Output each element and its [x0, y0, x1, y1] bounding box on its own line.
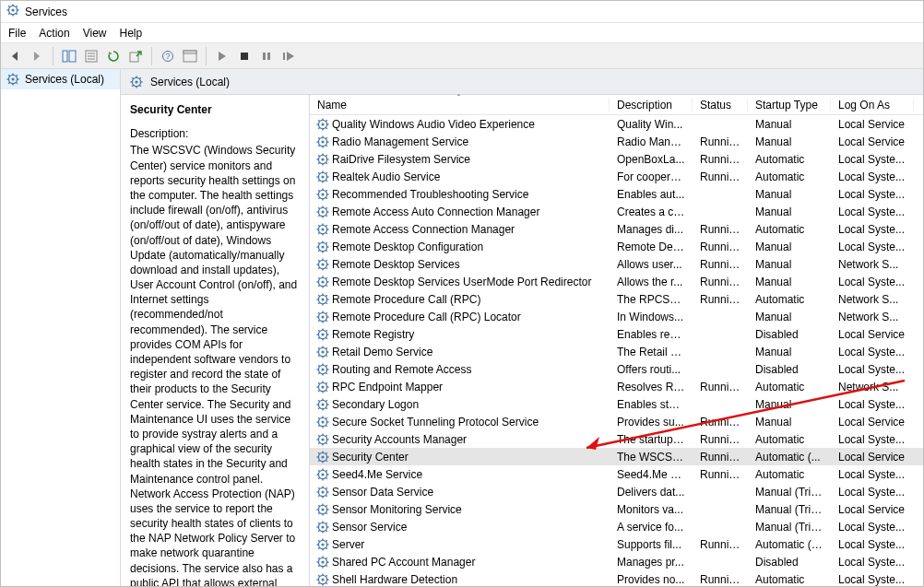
- service-name: Sensor Data Service: [332, 486, 433, 499]
- arrow-right-icon: [30, 50, 43, 63]
- help-icon: ?: [161, 50, 174, 63]
- service-icon: [314, 416, 332, 429]
- service-row[interactable]: Realtek Audio ServiceFor coopera...Runni…: [310, 168, 923, 185]
- service-startup: Automatic (...: [748, 451, 831, 464]
- service-row[interactable]: Remote Desktop Services UserMode Port Re…: [310, 273, 923, 290]
- service-description: Allows user...: [610, 258, 693, 271]
- props-sheet-button[interactable]: [180, 46, 200, 66]
- service-row[interactable]: Shell Hardware DetectionProvides no...Ru…: [310, 570, 923, 586]
- service-row[interactable]: Remote RegistryEnables rem...DisabledLoc…: [310, 325, 923, 343]
- service-row[interactable]: Seed4.Me ServiceSeed4.Me V...RunningAuto…: [310, 465, 923, 483]
- service-startup: Automatic: [748, 433, 831, 446]
- service-row[interactable]: Security Accounts ManagerThe startup ...…: [310, 430, 923, 448]
- service-row[interactable]: Recommended Troubleshooting ServiceEnabl…: [310, 185, 923, 203]
- tree-node-services-local[interactable]: Services (Local): [1, 69, 120, 89]
- service-row[interactable]: Security CenterThe WSCSV...RunningAutoma…: [310, 448, 923, 465]
- service-status: Running: [693, 433, 748, 446]
- export-button[interactable]: [125, 46, 146, 66]
- service-row[interactable]: Remote Procedure Call (RPC) LocatorIn Wi…: [310, 308, 923, 325]
- service-name: Secondary Logon: [332, 398, 419, 411]
- service-description: Enables star...: [610, 398, 693, 411]
- service-row[interactable]: Sensor Data ServiceDelivers dat...Manual…: [310, 483, 923, 500]
- service-row[interactable]: Secure Socket Tunneling Protocol Service…: [310, 413, 923, 430]
- service-description: A service fo...: [610, 521, 693, 534]
- service-startup: Automatic: [748, 170, 831, 183]
- pane-header: Services (Local): [121, 69, 923, 95]
- service-row[interactable]: Secondary LogonEnables star...ManualLoca…: [310, 395, 923, 413]
- svg-text:?: ?: [165, 52, 170, 61]
- column-header-startup[interactable]: Startup Type: [748, 99, 831, 112]
- service-startup: Manual (Trig...: [748, 521, 831, 534]
- service-status: Running: [693, 381, 748, 393]
- menu-action[interactable]: Action: [39, 27, 69, 40]
- column-header-status[interactable]: Status: [693, 99, 748, 112]
- service-row[interactable]: Radio Management ServiceRadio Mana...Run…: [310, 133, 923, 150]
- service-icon: [314, 556, 332, 569]
- service-logon: Local Syste...: [831, 188, 914, 201]
- service-row[interactable]: Shared PC Account ManagerManages pr...Di…: [310, 553, 923, 570]
- service-icon: [314, 538, 332, 551]
- start-service-button[interactable]: [212, 46, 232, 66]
- service-row[interactable]: Remote Desktop ConfigurationRemote Des..…: [310, 238, 923, 255]
- service-name: RaiDrive Filesystem Service: [332, 153, 470, 166]
- console-tree[interactable]: Services (Local): [1, 69, 121, 586]
- show-hide-tree-button[interactable]: [59, 46, 79, 66]
- service-row[interactable]: Retail Demo ServiceThe Retail D...Manual…: [310, 343, 923, 360]
- properties-button[interactable]: [81, 46, 101, 66]
- menu-help[interactable]: Help: [120, 27, 143, 40]
- title-bar[interactable]: Services: [1, 1, 923, 23]
- svg-rect-20: [184, 51, 196, 53]
- service-row[interactable]: Sensor Monitoring ServiceMonitors va...M…: [310, 500, 923, 518]
- services-window: Services File Action View Help ? Service…: [0, 0, 924, 587]
- list-icon: [85, 50, 98, 63]
- description-label: Description:: [130, 126, 300, 141]
- back-button[interactable]: [5, 46, 25, 66]
- service-name: Server: [332, 538, 364, 551]
- restart-service-button[interactable]: [278, 46, 299, 66]
- services-list[interactable]: ˆ Name Description Status Startup Type L…: [310, 95, 923, 586]
- service-row[interactable]: Remote Access Auto Connection ManagerCre…: [310, 203, 923, 220]
- service-description: Seed4.Me V...: [610, 468, 693, 481]
- service-name: Remote Registry: [332, 328, 414, 341]
- service-icon: [314, 521, 332, 534]
- column-header-row[interactable]: ˆ Name Description Status Startup Type L…: [310, 95, 923, 115]
- service-row[interactable]: RaiDrive Filesystem ServiceOpenBoxLa...R…: [310, 150, 923, 168]
- column-header-description[interactable]: Description: [610, 99, 693, 112]
- column-header-logon[interactable]: Log On As: [831, 99, 914, 112]
- sheet-icon: [183, 50, 197, 63]
- toolbar: ?: [1, 43, 923, 69]
- service-description: Remote Des...: [610, 241, 693, 253]
- service-row[interactable]: Routing and Remote AccessOffers routi...…: [310, 360, 923, 378]
- stop-service-button[interactable]: [234, 46, 255, 66]
- service-name: Remote Access Auto Connection Manager: [332, 205, 539, 218]
- extended-info: Security Center Description: The WSCSVC …: [121, 95, 310, 586]
- service-description: The WSCSV...: [610, 451, 693, 464]
- service-row[interactable]: RPC Endpoint MapperResolves RP...Running…: [310, 378, 923, 395]
- selected-service-name: Security Center: [130, 102, 300, 117]
- service-icon: [314, 135, 332, 148]
- service-description: Supports fil...: [610, 538, 693, 551]
- service-status: Running: [693, 170, 748, 183]
- refresh-button[interactable]: [103, 46, 124, 66]
- service-row[interactable]: ServerSupports fil...RunningAutomatic (T…: [310, 535, 923, 553]
- service-icon: [314, 241, 332, 253]
- menu-file[interactable]: File: [8, 27, 26, 40]
- restart-icon: [282, 51, 295, 62]
- service-row[interactable]: Remote Procedure Call (RPC)The RPCSS s..…: [310, 290, 923, 308]
- service-name: Realtek Audio Service: [332, 170, 440, 183]
- service-row[interactable]: Quality Windows Audio Video ExperienceQu…: [310, 115, 923, 133]
- service-name: Remote Procedure Call (RPC) Locator: [332, 311, 521, 323]
- service-row[interactable]: Remote Access Connection ManagerManages …: [310, 220, 923, 238]
- service-row[interactable]: Sensor ServiceA service fo...Manual (Tri…: [310, 518, 923, 535]
- service-startup: Disabled: [748, 363, 831, 376]
- forward-button[interactable]: [27, 46, 47, 66]
- service-name: Security Center: [332, 451, 409, 464]
- service-status: Running: [693, 538, 748, 551]
- service-status: Running: [693, 276, 748, 288]
- menu-view[interactable]: View: [83, 27, 107, 40]
- service-description: OpenBoxLa...: [610, 153, 693, 166]
- service-description: Enables rem...: [610, 328, 693, 341]
- pause-service-button[interactable]: [256, 46, 277, 66]
- service-row[interactable]: Remote Desktop ServicesAllows user...Run…: [310, 255, 923, 273]
- help-button[interactable]: ?: [158, 46, 178, 66]
